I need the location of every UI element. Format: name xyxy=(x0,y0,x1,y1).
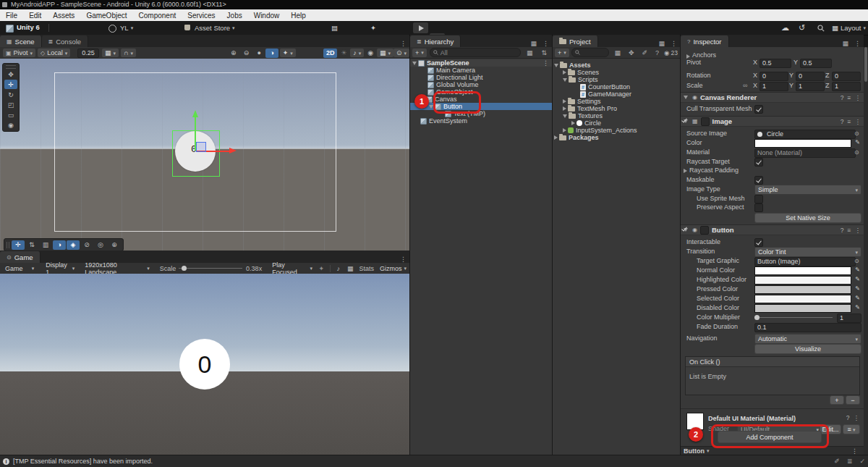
overlay-align-icon[interactable]: ⇅ xyxy=(25,240,38,250)
menu-help[interactable]: Help xyxy=(285,12,312,20)
material-menu-icon[interactable]: ⋮ xyxy=(854,414,860,421)
component-menu-icon[interactable]: ⋮ xyxy=(855,118,861,125)
scene-row-menu-icon[interactable]: ⋮ xyxy=(540,59,552,67)
raycast-target-checkbox[interactable] xyxy=(754,158,763,167)
scale-slider[interactable] xyxy=(179,268,242,269)
project-search-input[interactable] xyxy=(571,48,610,57)
game-view-dropdown[interactable]: Game▾ xyxy=(2,264,37,273)
gizmos-dropdown[interactable]: Gizmos▾ xyxy=(377,264,409,273)
pivot-x-field[interactable]: 0.5 xyxy=(760,59,791,68)
tab-game[interactable]: ⊙Game xyxy=(0,251,41,263)
overlay-compass-icon[interactable]: ⊕ xyxy=(108,240,121,250)
cloud-build-icon[interactable]: ✦ xyxy=(370,24,376,32)
scale-y-field[interactable]: 1 xyxy=(796,82,825,91)
help-icon[interactable]: ? xyxy=(841,227,844,234)
project-row-circle[interactable]: Circle xyxy=(571,119,601,127)
rotate-tool[interactable]: ↻ xyxy=(4,90,17,99)
project-add-button[interactable]: +▾ xyxy=(555,49,569,57)
project-label-icon[interactable]: ✐ xyxy=(639,49,651,56)
focus-dropdown[interactable]: Play Focused▾ xyxy=(269,264,315,273)
hidden-count-toggle[interactable]: ◉23 xyxy=(664,49,678,56)
hierarchy-sort-icon[interactable]: ⇅ xyxy=(538,49,550,56)
scale-tool[interactable]: ◰ xyxy=(4,100,17,109)
inspector-menu-icon[interactable]: ⋮ xyxy=(851,40,864,47)
project-menu-icon[interactable]: ⋮ xyxy=(668,40,680,47)
menu-services[interactable]: Services xyxy=(182,12,221,20)
eyedropper-icon[interactable]: ✎ xyxy=(854,303,861,312)
overlay-distribute-icon[interactable]: ▥ xyxy=(39,240,52,250)
fade-duration-field[interactable]: 0.1 xyxy=(754,323,861,332)
version-control-icon[interactable]: ▤ xyxy=(331,24,338,32)
progress-status-icon[interactable]: ✓ xyxy=(859,458,865,465)
fold-icon[interactable] xyxy=(563,70,566,75)
scene-lighting-toggle-icon[interactable]: ☀ xyxy=(337,49,350,58)
display-dropdown[interactable]: Display 1▾ xyxy=(43,264,77,273)
hierarchy-row[interactable]: Global Volume xyxy=(427,81,479,88)
project-row[interactable]: TextMesh Pro xyxy=(563,105,617,112)
fold-icon[interactable] xyxy=(684,96,688,99)
hierarchy-search-input[interactable]: All xyxy=(430,48,521,57)
layout-dropdown[interactable]: ▦Layout▾ xyxy=(832,24,866,32)
game-counter-button[interactable]: 0 xyxy=(179,339,230,390)
menu-edit[interactable]: Edit xyxy=(23,12,47,20)
scene-visibility-icon[interactable]: ◉ xyxy=(364,49,377,58)
snap-dropdown[interactable]: ∩▾ xyxy=(121,49,136,57)
color-multiplier-slider[interactable] xyxy=(754,317,833,318)
presets-icon[interactable]: ≡ xyxy=(848,94,851,101)
hierarchy-row[interactable]: Main Camera xyxy=(427,67,475,74)
project-favorites-icon[interactable]: ✥ xyxy=(626,49,637,56)
stats-toggle[interactable]: Stats xyxy=(356,265,377,272)
presets-icon[interactable]: ≡ xyxy=(848,118,851,125)
hierarchy-row[interactable]: EventSystem xyxy=(420,117,467,125)
fold-icon[interactable] xyxy=(554,135,558,140)
eyedropper-icon[interactable]: ✎ xyxy=(854,294,861,303)
game-viewport[interactable]: 0 xyxy=(0,274,409,455)
game-panel-menu-icon[interactable]: ⋮ xyxy=(397,256,409,263)
overlay-sprite-icon[interactable]: ◑ xyxy=(53,240,66,250)
project-row[interactable]: #CounterButton xyxy=(580,83,630,91)
scale-link-icon[interactable]: ∞ xyxy=(743,81,747,90)
project-warnings-icon[interactable]: ? xyxy=(652,49,662,56)
scale-z-field[interactable]: 1 xyxy=(832,82,861,91)
hierarchy-picking-icon[interactable]: ▦ xyxy=(524,49,536,56)
presets-icon[interactable]: ≡ xyxy=(848,227,851,234)
handle-rotation-dropdown[interactable]: ◇Local▾ xyxy=(38,49,70,57)
highlighted-color-swatch[interactable] xyxy=(754,276,851,285)
image-type-dropdown[interactable]: Simple▾ xyxy=(754,185,861,195)
hierarchy-row-button-selected[interactable]: Button xyxy=(410,103,552,110)
color-multiplier-field[interactable]: 1 xyxy=(837,314,861,323)
normal-color-swatch[interactable] xyxy=(754,266,851,275)
rotation-y-field[interactable]: 0 xyxy=(796,72,825,81)
view-tool[interactable]: ✥ xyxy=(4,70,17,79)
overlay-grip[interactable] xyxy=(6,65,16,69)
scale-slider-knob[interactable] xyxy=(182,266,187,271)
tab-inspector[interactable]: ?Inspector xyxy=(681,35,729,47)
image-enabled-checkbox[interactable] xyxy=(701,117,710,126)
undo-history-icon[interactable]: ↺ xyxy=(799,23,805,33)
hierarchy-row[interactable]: Directional Light xyxy=(427,74,483,81)
pressed-color-swatch[interactable] xyxy=(754,285,851,294)
inspector-scrollbar-thumb[interactable] xyxy=(864,47,867,82)
fold-icon[interactable] xyxy=(563,114,567,118)
visualize-button[interactable]: Visualize xyxy=(754,344,861,354)
inspector-dock-icon[interactable]: ▦ xyxy=(839,40,851,47)
canvas-renderer-header[interactable]: ◉ Canvas Renderer ?≡⋮ xyxy=(681,92,864,103)
button-enabled-checkbox[interactable] xyxy=(700,226,709,235)
asset-store-dropdown[interactable]: Asset Store▾ xyxy=(195,24,235,32)
effects-dropdown[interactable]: ✦▾ xyxy=(280,49,296,57)
resolution-dropdown[interactable]: 1920x1080 Landscape▾ xyxy=(82,264,152,273)
project-row[interactable]: InputSystem_Actions xyxy=(563,127,637,134)
image-component-header[interactable]: ▦ Image ?≡⋮ xyxy=(681,116,864,127)
move-tool[interactable]: ✛ xyxy=(4,80,17,89)
hierarchy-menu-icon[interactable]: ⋮ xyxy=(540,40,552,47)
menu-gameobject[interactable]: GameObject xyxy=(80,12,132,20)
menu-assets[interactable]: Assets xyxy=(47,12,80,20)
hierarchy-dock-icon[interactable]: ▦ xyxy=(527,40,540,47)
project-open-search-icon[interactable]: ▦ xyxy=(611,49,624,56)
inspector-scrollbar[interactable] xyxy=(864,47,868,455)
auto-refresh-icon[interactable]: ✐ xyxy=(834,458,840,465)
eyedropper-icon[interactable]: ✎ xyxy=(854,285,861,293)
overlay-dropdown[interactable]: ▦▾ xyxy=(377,49,393,57)
transform-tool[interactable]: ◉ xyxy=(4,120,17,130)
scene-audio-dropdown[interactable]: ♪▾ xyxy=(350,49,364,57)
